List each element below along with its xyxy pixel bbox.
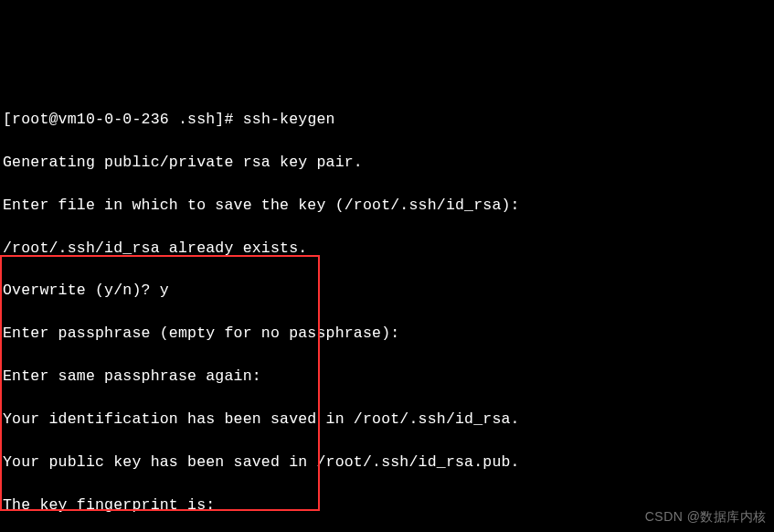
output-line: Your public key has been saved in /root/… <box>3 452 771 473</box>
command-text: ssh-keygen <box>243 111 335 128</box>
output-line: Enter passphrase (empty for no passphras… <box>3 323 771 344</box>
watermark-text: CSDN @数据库内核 <box>645 508 767 527</box>
output-line: Enter file in which to save the key (/ro… <box>3 195 771 216</box>
output-line: /root/.ssh/id_rsa already exists. <box>3 238 771 259</box>
prompt-close: ]# <box>215 111 242 128</box>
prompt-userhost: root@vm10-0-0-236 .ssh <box>12 111 215 128</box>
prompt-open: [ <box>3 111 12 128</box>
output-line: Your identification has been saved in /r… <box>3 409 771 430</box>
terminal-output[interactable]: [root@vm10-0-0-236 .ssh]# ssh-keygen Gen… <box>3 88 771 532</box>
output-line: Enter same passphrase again: <box>3 366 771 387</box>
output-line: Generating public/private rsa key pair. <box>3 152 771 173</box>
output-line: Overwrite (y/n)? y <box>3 280 771 301</box>
prompt-line-1: [root@vm10-0-0-236 .ssh]# ssh-keygen <box>3 109 771 130</box>
